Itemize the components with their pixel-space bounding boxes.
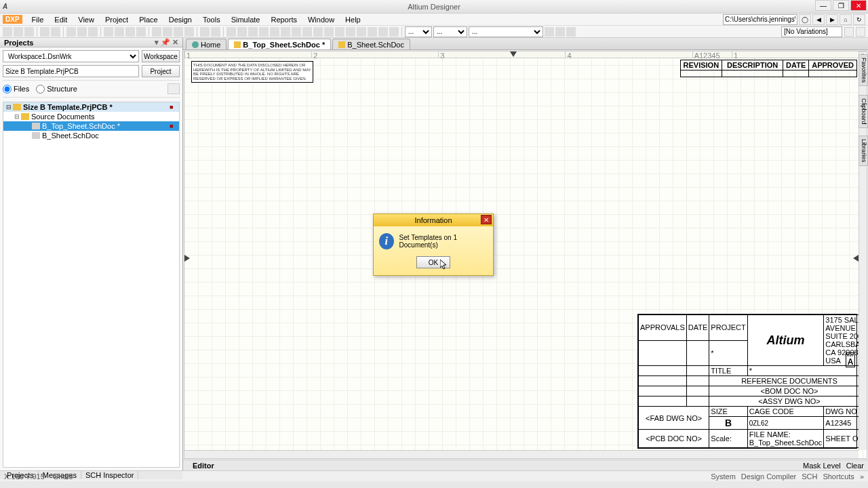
tree-source-documents[interactable]: ⊟ Source Documents	[3, 112, 179, 121]
menu-view[interactable]: View	[73, 14, 100, 25]
menu-file[interactable]: File	[26, 14, 50, 25]
menu-reports[interactable]: Reports	[265, 14, 302, 25]
tree-options-button[interactable]	[167, 83, 180, 94]
menu-window[interactable]: Window	[302, 14, 340, 25]
place-text-icon[interactable]	[378, 27, 388, 37]
path-input[interactable]	[723, 14, 797, 25]
sheet-entry-icon[interactable]	[313, 27, 323, 37]
minimize-button[interactable]: —	[815, 0, 831, 11]
dialog-close-button[interactable]: ✕	[481, 215, 492, 224]
paste-icon[interactable]	[125, 27, 135, 37]
clear-icon[interactable]	[184, 27, 194, 37]
panel-pin-icon[interactable]: 📌	[161, 38, 170, 47]
tab-sheet[interactable]: B_Sheet.SchDoc	[332, 39, 410, 49]
power-port-icon[interactable]	[281, 27, 290, 37]
nav-fwd-button[interactable]: ▶	[826, 14, 838, 25]
tree-project-root[interactable]: ⊟ Size B Template.PrjPCB * ■	[3, 102, 179, 112]
menu-design[interactable]: Design	[163, 14, 197, 25]
menu-tools[interactable]: Tools	[197, 14, 226, 25]
print-icon[interactable]	[40, 27, 50, 37]
side-tab-libraries[interactable]: Libraries	[859, 136, 868, 166]
status-help-icon[interactable]: »	[860, 472, 864, 481]
panel-dropdown-icon[interactable]: ▾	[155, 38, 159, 47]
tree-doc-top-sheet[interactable]: B_Top_Sheet.SchDoc * ■	[3, 121, 179, 131]
tree-doc-sheet[interactable]: B_Sheet.SchDoc	[3, 131, 179, 140]
menu-place[interactable]: Place	[134, 14, 163, 25]
part-icon[interactable]	[292, 27, 301, 37]
side-tab-clipboard[interactable]: Clipboard	[859, 95, 868, 128]
combo-2[interactable]: ...	[433, 26, 467, 37]
side-tab-favorites[interactable]: Favorites	[859, 54, 868, 86]
nav-home-button[interactable]: ⌂	[840, 14, 852, 25]
menu-help[interactable]: Help	[340, 14, 366, 25]
menu-edit[interactable]: Edit	[49, 14, 73, 25]
new-icon[interactable]	[3, 27, 12, 37]
combo-1[interactable]: ...	[405, 26, 432, 37]
project-button[interactable]: Project	[142, 65, 180, 77]
menu-project[interactable]: Project	[100, 14, 134, 25]
panel-close-icon[interactable]: ✕	[172, 38, 178, 47]
zoom-select-icon[interactable]	[88, 27, 98, 37]
copy-icon[interactable]	[115, 27, 124, 37]
editor-tab[interactable]: Editor	[187, 462, 220, 470]
no-erc-icon[interactable]	[368, 27, 377, 37]
redo-icon[interactable]	[211, 27, 220, 37]
variation-btn-2[interactable]	[856, 27, 865, 37]
sheet-symbol-icon[interactable]	[302, 27, 312, 37]
zoom-fit-icon[interactable]	[66, 27, 76, 37]
status-system[interactable]: System	[711, 472, 736, 481]
select-icon[interactable]	[152, 27, 161, 37]
mask-level-button[interactable]: Mask Level	[803, 462, 841, 470]
signal-harness-icon[interactable]	[248, 27, 258, 37]
device-sheet-icon[interactable]	[324, 27, 334, 37]
open-icon[interactable]	[14, 27, 23, 37]
structure-radio[interactable]: Structure	[36, 85, 77, 94]
drawing-tools-icon[interactable]	[389, 27, 399, 37]
nav-refresh-button[interactable]: ↻	[853, 14, 865, 25]
grid-icon[interactable]	[566, 27, 576, 37]
dialog-titlebar[interactable]: Information ✕	[374, 214, 493, 226]
workspace-select[interactable]: Workspace1.DsnWrk	[3, 50, 139, 62]
dxp-button[interactable]: DXP	[3, 15, 22, 24]
status-shortcuts[interactable]: Shortcuts	[823, 472, 854, 481]
horizontal-scrollbar[interactable]	[184, 450, 859, 458]
move-icon[interactable]	[163, 27, 172, 37]
deselect-icon[interactable]	[174, 27, 183, 37]
workspace-button[interactable]: Workspace	[142, 50, 180, 62]
variation-btn-1[interactable]	[844, 27, 854, 37]
status-sch[interactable]: SCH	[802, 472, 817, 481]
bus-icon[interactable]	[237, 27, 247, 37]
project-tree[interactable]: ⊟ Size B Template.PrjPCB * ■ ⊟ Source Do…	[3, 102, 180, 468]
wire-icon[interactable]	[226, 27, 236, 37]
close-button[interactable]: ✕	[850, 0, 867, 11]
schematic-canvas[interactable]: 1234A123451 DCBA THIS DOCUMENT AND THE D…	[184, 51, 867, 459]
menu-simulate[interactable]: Simulate	[226, 14, 266, 25]
project-field[interactable]	[3, 65, 139, 77]
dialog-ok-button[interactable]: OK	[416, 256, 450, 268]
tab-top-sheet[interactable]: B_Top_Sheet.SchDoc *	[228, 39, 331, 49]
clear-button[interactable]: Clear	[846, 462, 864, 470]
btab-sch-inspector[interactable]: SCH Inspector	[81, 471, 139, 479]
undo-icon[interactable]	[200, 27, 210, 37]
align-icon[interactable]	[545, 27, 554, 37]
harness-entry-icon[interactable]	[346, 27, 355, 37]
maximize-button[interactable]: ❐	[833, 0, 849, 11]
bus-entry-icon[interactable]	[259, 27, 269, 37]
status-design-compiler[interactable]: Design Compiler	[741, 472, 796, 481]
zoom-area-icon[interactable]	[77, 27, 87, 37]
harness-connector-icon[interactable]	[335, 27, 344, 37]
projects-title: Projects	[4, 39, 33, 47]
variations-combo[interactable]	[781, 26, 842, 37]
preview-icon[interactable]	[51, 27, 60, 37]
nav-back-button[interactable]: ◀	[812, 14, 825, 25]
list-icon[interactable]	[555, 27, 565, 37]
rubber-stamp-icon[interactable]	[136, 27, 146, 37]
nav-go-button[interactable]: ◯	[799, 14, 811, 25]
cut-icon[interactable]	[104, 27, 113, 37]
combo-3[interactable]: ...	[469, 26, 543, 37]
tab-home[interactable]: Home	[186, 39, 226, 49]
port-icon[interactable]	[357, 27, 366, 37]
files-radio[interactable]: Files	[3, 85, 29, 94]
net-label-icon[interactable]	[270, 27, 279, 37]
save-icon[interactable]	[24, 27, 34, 37]
